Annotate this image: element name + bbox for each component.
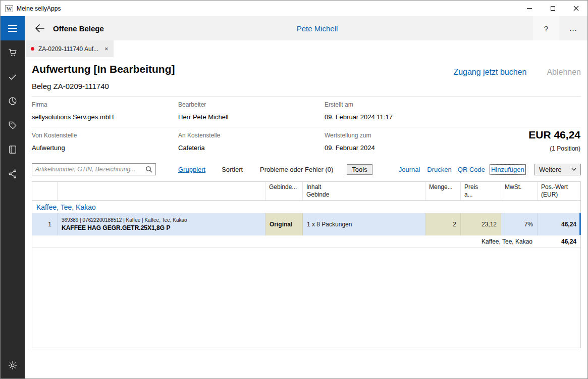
tab-label: ZA-0209-111740 Auf... [38, 45, 98, 53]
back-button[interactable] [30, 19, 49, 38]
more-options-button[interactable]: … [562, 16, 584, 40]
column-header-preis[interactable]: Preis a... [461, 182, 501, 200]
minimize-icon [527, 8, 532, 9]
field-label: Firma [32, 101, 178, 108]
tab-document[interactable]: ZA-0209-111740 Auf... × [26, 40, 114, 57]
qr-code-link[interactable]: QR Code [458, 166, 485, 173]
close-button[interactable] [564, 1, 587, 16]
app-header: Offene Belege Pete Michell ? … [1, 16, 587, 40]
sidebar-item-tasks[interactable] [1, 65, 25, 89]
field-firma: Firma sellysolutions Serv.ges.mbH [32, 101, 178, 121]
column-header-gebinde[interactable]: Gebinde... [265, 182, 303, 200]
mwst-cell: 7% [501, 213, 538, 235]
total-positions: (1 Position) [528, 145, 580, 152]
column-header-rownum[interactable] [32, 182, 58, 200]
book-now-link[interactable]: Zugang jetzt buchen [453, 68, 526, 77]
total-amount: EUR 46,24 [528, 129, 580, 141]
problems-link[interactable]: Probleme oder Fehler (0) [260, 166, 333, 173]
tag-icon [8, 120, 18, 130]
column-header-inhalt[interactable]: Inhalt Gebinde [303, 182, 425, 200]
minimize-button[interactable] [518, 1, 541, 16]
summary-value: 46,24 [538, 238, 580, 245]
svg-text:W: W [7, 6, 12, 12]
row-number-cell: 1 [32, 213, 58, 235]
field-value: Herr Pete Michell [178, 113, 229, 121]
column-header-poswert[interactable]: Pos.-Wert (EUR) [538, 182, 580, 200]
sorted-toggle[interactable]: Sortiert [222, 166, 243, 173]
table-row[interactable]: 1 369389 | 07622200188512 | Kaffee | Kaf… [32, 213, 580, 235]
close-icon [573, 6, 579, 11]
gebinde-cell[interactable]: Original [265, 213, 303, 235]
document-total: EUR 46,24 (1 Position) [528, 129, 580, 152]
field-row-1: Firma sellysolutions Serv.ges.mbH Bearbe… [32, 97, 581, 127]
reject-link[interactable]: Ablehnen [547, 68, 581, 77]
cart-icon [8, 48, 18, 58]
field-erstellt-am: Erstellt am 09. Februar 2024 11:17 [325, 101, 581, 121]
gear-icon [8, 360, 18, 370]
document-title: Aufwertung [In Bearbeitung] [32, 63, 175, 75]
column-header-mwst[interactable]: MwSt. [501, 182, 538, 200]
help-button[interactable]: ? [533, 16, 559, 40]
field-value: sellysolutions Serv.ges.mbH [32, 113, 114, 121]
preis-cell[interactable]: 23,12 [461, 213, 501, 235]
app-window: W Meine sellyApps Offene Belege Pete Mic… [0, 0, 588, 379]
sidebar-item-journal[interactable] [1, 137, 25, 162]
sidebar-nav [1, 40, 25, 378]
tab-strip: ZA-0209-111740 Auf... × [25, 40, 587, 57]
share-icon [8, 169, 18, 179]
group-summary-row: Kaffee, Tee, Kakao 46,24 [32, 235, 580, 248]
chevron-down-icon [571, 168, 576, 171]
maximize-button[interactable] [541, 1, 564, 16]
sidebar-item-reports[interactable] [1, 89, 25, 113]
field-value: 09. Februar 2024 [325, 144, 375, 152]
window-controls [518, 1, 587, 16]
window-title: Meine sellyApps [17, 5, 61, 12]
more-actions-dropdown[interactable]: Weitere [534, 164, 581, 175]
article-name: KAFFEE HAG GEGR.GETR.25X1,8G P [62, 224, 170, 231]
journal-link[interactable]: Journal [399, 166, 420, 173]
sidebar-item-network[interactable] [1, 162, 25, 186]
field-label: Bearbeiter [178, 101, 325, 108]
hamburger-icon [8, 24, 18, 32]
group-header-row[interactable]: Kaffee, Tee, Kakao [32, 201, 580, 213]
field-row-2: Von Kostenstelle Aufwertung An Kostenste… [32, 127, 581, 159]
maximize-icon [551, 6, 555, 11]
search-icon[interactable] [145, 166, 152, 173]
tools-button[interactable]: Tools [347, 164, 372, 175]
document-view: Aufwertung [In Bearbeitung] Zugang jetzt… [25, 57, 587, 378]
sidebar-item-pricing[interactable] [1, 113, 25, 137]
field-label: Von Kostenstelle [32, 132, 178, 139]
add-item-link[interactable]: Hinzufügen [491, 166, 524, 173]
hamburger-menu-button[interactable] [1, 16, 25, 40]
window-titlebar[interactable]: W Meine sellyApps [1, 1, 587, 16]
grouped-toggle[interactable]: Gruppiert [178, 166, 205, 173]
field-value: Aufwertung [32, 144, 65, 152]
field-label: Erstellt am [325, 101, 581, 108]
column-header-menge[interactable]: Menge... [425, 182, 461, 200]
user-name[interactable]: Pete Michell [297, 24, 338, 33]
field-value: Cafeteria [178, 144, 205, 152]
column-header-article[interactable] [58, 182, 265, 200]
back-arrow-icon [35, 24, 44, 32]
table-header: Gebinde... Inhalt Gebinde Menge... Preis… [32, 182, 580, 201]
print-link[interactable]: Drucken [427, 166, 451, 173]
items-toolbar: Gruppiert Sortiert Probleme oder Fehler … [32, 163, 581, 175]
pie-chart-icon [8, 96, 18, 106]
sidebar-item-cart[interactable] [1, 40, 25, 65]
unsaved-indicator-dot [31, 47, 34, 51]
document-subtitle: Beleg ZA-0209-111740 [32, 82, 581, 90]
document-title-row: Aufwertung [In Bearbeitung] Zugang jetzt… [32, 63, 581, 77]
article-search-box [32, 163, 156, 175]
field-label: An Kostenstelle [178, 132, 325, 139]
main-content: ZA-0209-111740 Auf... × Aufwertung [In B… [25, 40, 587, 378]
field-von-kostenstelle: Von Kostenstelle Aufwertung [32, 132, 178, 152]
tab-close-icon[interactable]: × [104, 45, 109, 53]
menge-cell[interactable]: 2 [425, 213, 461, 235]
search-input[interactable] [35, 166, 145, 173]
poswert-cell: 46,24 [538, 213, 580, 235]
table-empty-area [32, 248, 580, 348]
sidebar-item-settings[interactable] [1, 353, 25, 377]
field-bearbeiter: Bearbeiter Herr Pete Michell [178, 101, 325, 121]
checkmark-icon [8, 72, 18, 82]
article-meta: 369389 | 07622200188512 | Kaffee | Kaffe… [62, 217, 187, 223]
